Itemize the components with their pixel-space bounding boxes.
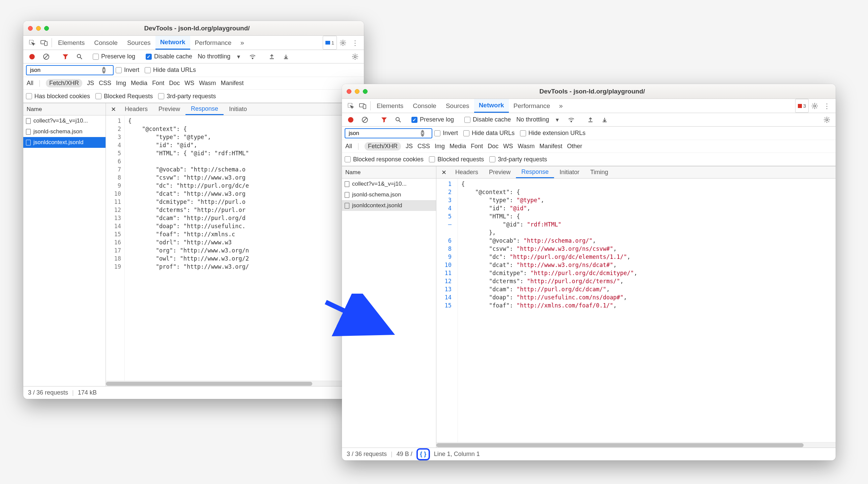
more-tabs-chevron-icon[interactable]: » [236,36,248,50]
tab-elements[interactable]: Elements [53,36,89,50]
blocked-cookies-checkbox[interactable]: Has blocked cookies [26,93,90,100]
more-tabs-chevron-icon[interactable]: » [555,99,567,113]
preserve-log-checkbox[interactable]: Preserve log [411,116,454,123]
preserve-log-checkbox[interactable]: Preserve log [93,53,135,60]
type-pill-js[interactable]: JS [87,80,94,87]
type-pill-fetch-xhr[interactable]: Fetch/XHR [46,79,82,87]
response-code[interactable]: 12345– 689101112131415 { "@context": { "… [436,179,836,442]
filter-text-input[interactable] [29,66,102,74]
blocked-requests-checkbox[interactable]: Blocked Requests [95,93,153,100]
tab-sources[interactable]: Sources [441,99,474,113]
record-button[interactable] [345,117,357,123]
type-pill-wasm[interactable]: Wasm [518,143,534,150]
code-body[interactable]: { "@context": { "type": "@type", "id": "… [125,115,364,381]
type-pill-wasm[interactable]: Wasm [199,80,216,87]
detail-tab-response[interactable]: Response [185,103,224,115]
third-party-checkbox[interactable]: 3rd-party requests [489,156,547,163]
caret-down-icon[interactable]: ▾ [551,116,563,124]
errors-badge[interactable]: 3 [795,99,809,113]
name-header[interactable]: Name [23,103,106,115]
caret-down-icon[interactable]: ▾ [232,53,244,60]
detail-tab-preview[interactable]: Preview [484,166,516,178]
type-pill-font[interactable]: Font [152,80,164,87]
upload-icon[interactable] [266,54,278,60]
clear-filter-icon[interactable]: ✕ [102,67,106,74]
gear-icon[interactable] [349,53,361,60]
hide-extension-urls-checkbox[interactable]: Hide extension URLs [520,130,585,137]
detail-tab-timing[interactable]: Timing [585,166,613,178]
type-pill-other[interactable]: Other [567,143,582,150]
filter-icon[interactable] [59,54,71,60]
request-row[interactable]: collect?v=1&_v=j10... [23,115,106,126]
close-window-button[interactable] [347,89,351,94]
type-pill-ws[interactable]: WS [503,143,513,150]
type-pill-doc[interactable]: Doc [169,80,180,87]
type-pill-fetch-xhr[interactable]: Fetch/XHR [365,142,401,151]
type-pill-img[interactable]: Img [116,80,126,87]
invert-checkbox[interactable]: Invert [116,66,139,74]
invert-checkbox[interactable]: Invert [434,130,458,137]
type-pill-manifest[interactable]: Manifest [540,143,562,150]
third-party-checkbox[interactable]: 3rd-party requests [158,93,216,100]
type-pill-css[interactable]: CSS [417,143,430,150]
detail-tab-preview[interactable]: Preview [153,103,185,115]
type-pill-media[interactable]: Media [131,80,147,87]
type-pill-all[interactable]: All [27,80,33,87]
tab-sources[interactable]: Sources [122,36,155,50]
response-code[interactable]: 12345678910111213141516171819 { "@contex… [106,115,364,381]
name-header[interactable]: Name [342,166,436,179]
gear-icon[interactable] [337,36,349,50]
detail-tab-headers[interactable]: Headers [450,166,484,178]
type-pill-manifest[interactable]: Manifest [221,80,244,87]
download-icon[interactable] [599,117,611,123]
type-pill-ws[interactable]: WS [184,80,194,87]
disable-cache-checkbox[interactable]: Disable cache [464,116,511,123]
kebab-icon[interactable]: ⋮ [349,36,361,50]
type-pill-font[interactable]: Font [471,143,483,150]
clear-icon[interactable] [40,53,52,60]
hide-data-urls-checkbox[interactable]: Hide data URLs [145,66,196,74]
pretty-print-button[interactable]: { } [416,448,430,460]
device-icon[interactable] [38,36,50,50]
tab-performance[interactable]: Performance [509,99,555,113]
code-body[interactable]: { "@context": { "type": "@type", "id": "… [458,179,836,442]
wifi-icon[interactable] [565,117,577,123]
search-icon[interactable] [392,117,404,123]
type-pill-doc[interactable]: Doc [488,143,498,150]
request-row[interactable]: jsonld-schema.json [342,189,436,200]
blocked-cookies-checkbox[interactable]: Blocked response cookies [345,156,424,163]
gear-icon[interactable] [809,99,821,113]
filter-input[interactable]: ✕ [345,128,432,138]
blocked-requests-checkbox[interactable]: Blocked requests [429,156,484,163]
minimize-window-button[interactable] [36,26,41,31]
tab-network[interactable]: Network [155,36,190,50]
wifi-icon[interactable] [247,54,259,59]
gear-icon[interactable] [821,116,833,123]
minimize-window-button[interactable] [355,89,359,94]
type-pill-img[interactable]: Img [435,143,445,150]
throttling-select[interactable]: No throttling [516,116,549,123]
issues-badge[interactable]: 1 [323,36,337,50]
record-button[interactable] [26,54,38,59]
close-detail-icon[interactable]: ✕ [107,103,119,115]
type-pill-media[interactable]: Media [450,143,466,150]
type-pill-all[interactable]: All [345,143,352,150]
inspect-icon[interactable] [26,36,38,50]
tab-console[interactable]: Console [408,99,441,113]
hide-data-urls-checkbox[interactable]: Hide data URLs [463,130,515,137]
request-row[interactable]: jsonld-schema.json [23,126,106,137]
h-scrollbar[interactable] [106,381,364,386]
fullscreen-window-button[interactable] [363,89,368,94]
filter-input[interactable]: ✕ [26,65,114,75]
filter-icon[interactable] [378,117,390,123]
inspect-icon[interactable] [345,99,357,113]
device-icon[interactable] [357,99,369,113]
tab-performance[interactable]: Performance [190,36,236,50]
h-scrollbar[interactable] [436,442,836,448]
type-pill-css[interactable]: CSS [99,80,111,87]
request-row[interactable]: collect?v=1&_v=j10... [342,179,436,189]
download-icon[interactable] [280,54,292,60]
request-row[interactable]: jsonldcontext.jsonld [23,137,106,148]
close-window-button[interactable] [28,26,33,31]
kebab-icon[interactable]: ⋮ [821,99,833,113]
